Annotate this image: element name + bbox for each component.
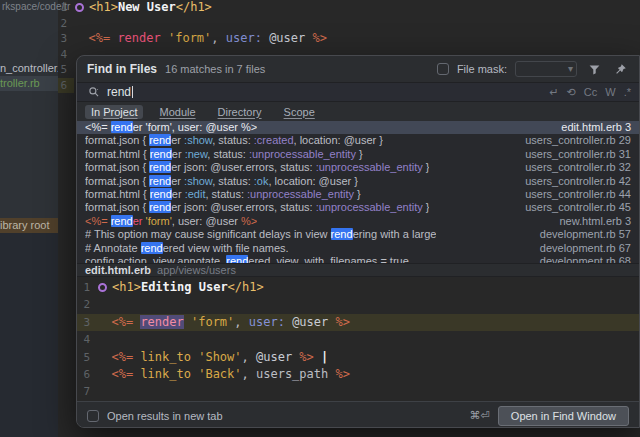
results-list: <%= render 'form', user: @user %> edit.h… bbox=[77, 121, 639, 263]
result-file-ref: new.html.erb 3 bbox=[547, 215, 631, 228]
result-code: format.html { render :edit, status: :unp… bbox=[85, 188, 361, 201]
whole-words-icon[interactable]: W bbox=[605, 86, 615, 98]
result-row[interactable]: format.html { render :edit, status: :unp… bbox=[77, 188, 639, 201]
editor-line[interactable]: 3 <%= render 'form', user: @user %> bbox=[77, 314, 639, 331]
match-summary: 16 matches in 7 files bbox=[165, 63, 265, 75]
project-panel: n_controller.rb troller.rb ibrary root bbox=[0, 0, 58, 437]
erb-declaration-icon bbox=[98, 283, 107, 292]
editor-line[interactable]: 2 bbox=[58, 16, 640, 32]
line-number: 3 bbox=[77, 314, 97, 331]
regex-icon[interactable]: .* bbox=[624, 86, 631, 98]
line-number: 1 bbox=[77, 279, 97, 296]
editor-line[interactable]: 4 bbox=[77, 331, 639, 348]
result-file-ref: users_controller.rb 44 bbox=[513, 188, 631, 201]
text-caret bbox=[132, 86, 133, 98]
file-mask-checkbox[interactable] bbox=[437, 63, 449, 75]
result-file-ref: development.rb 68 bbox=[528, 255, 631, 263]
result-file-ref: users_controller.rb 32 bbox=[513, 161, 631, 174]
line-number: 1 bbox=[58, 0, 74, 16]
line-number: 7 bbox=[77, 383, 97, 400]
line-number: 5 bbox=[58, 62, 74, 78]
result-code: <%= render 'form', user: @user %> bbox=[85, 215, 257, 228]
match-case-icon[interactable]: Cc bbox=[584, 86, 597, 98]
search-history-icon[interactable]: ⟲ bbox=[567, 86, 576, 99]
shortcut-hint: ⌘⏎ bbox=[470, 409, 490, 422]
result-row[interactable]: format.json { render :show, status: :ok,… bbox=[77, 175, 639, 188]
filter-icon[interactable] bbox=[585, 60, 603, 78]
result-file-ref: development.rb 57 bbox=[528, 228, 631, 241]
open-results-new-tab-label: Open results in new tab bbox=[107, 410, 223, 422]
code-text: <%= link_to 'Back', users_path %> bbox=[97, 366, 350, 383]
result-row[interactable]: <%= render 'form', user: @user %> new.ht… bbox=[77, 215, 639, 228]
search-input[interactable]: rend bbox=[107, 85, 133, 99]
scope-tab[interactable]: Directory bbox=[212, 105, 268, 119]
result-row[interactable]: config.action_view.annotate_rendered_vie… bbox=[77, 255, 639, 263]
open-in-find-window-button[interactable]: Open in Find Window bbox=[498, 406, 629, 426]
result-code: # This option may cause significant dela… bbox=[85, 228, 436, 241]
result-row[interactable]: # Annotate rendered view with file names… bbox=[77, 242, 639, 255]
result-code: format.json { render :show, status: :ok,… bbox=[85, 175, 358, 188]
project-tree-item[interactable]: n_controller.rb bbox=[0, 61, 58, 76]
scope-tab[interactable]: Module bbox=[153, 105, 201, 119]
code-text: <%= link_to 'Show', @user %> | bbox=[97, 349, 328, 366]
pin-icon[interactable] bbox=[611, 60, 629, 78]
editor-line[interactable]: 7 bbox=[77, 383, 639, 400]
erb-declaration-icon bbox=[75, 3, 84, 12]
editor-line[interactable]: 5 <%= link_to 'Show', @user %> | bbox=[77, 349, 639, 366]
dialog-title: Find in Files bbox=[87, 62, 157, 76]
line-number: 6 bbox=[58, 78, 74, 94]
scope-tab[interactable]: Scope bbox=[278, 105, 321, 119]
file-mask-select[interactable] bbox=[515, 61, 577, 77]
result-code: format.json { render :show, status: :cre… bbox=[85, 134, 383, 147]
result-row[interactable]: format.json { render json: @user.errors,… bbox=[77, 161, 639, 174]
result-row[interactable]: # This option may cause significant dela… bbox=[77, 228, 639, 241]
preview-editor[interactable]: 1 <h1>Editing User</h1> 2 3 <%= render '… bbox=[77, 277, 639, 401]
search-icon[interactable] bbox=[85, 83, 103, 101]
result-file-ref: users_controller.rb 45 bbox=[513, 201, 631, 214]
result-code: <%= render 'form', user: @user %> bbox=[85, 121, 257, 134]
preview-file-path: app/views/users bbox=[157, 264, 236, 276]
project-tree-item-selected[interactable]: troller.rb bbox=[0, 76, 58, 91]
result-code: config.action_view.annotate_rendered_vie… bbox=[85, 255, 409, 263]
result-row[interactable]: <%= render 'form', user: @user %> edit.h… bbox=[77, 121, 639, 134]
line-number: 6 bbox=[77, 366, 97, 383]
result-row[interactable]: format.html { render :new, status: :unpr… bbox=[77, 148, 639, 161]
dialog-footer: Open results in new tab ⌘⏎ Open in Find … bbox=[77, 401, 639, 428]
search-field[interactable]: rend ↵ ⟲ Cc W .* bbox=[77, 82, 639, 102]
result-file-ref: users_controller.rb 42 bbox=[513, 175, 631, 188]
file-mask-label: File mask: bbox=[457, 63, 507, 75]
result-file-ref: users_controller.rb 31 bbox=[513, 148, 631, 161]
result-code: format.json { render json: @user.errors,… bbox=[85, 201, 429, 214]
scope-tab[interactable]: In Project bbox=[85, 105, 143, 119]
line-number: 4 bbox=[58, 47, 74, 63]
result-file-ref: development.rb 67 bbox=[528, 242, 631, 255]
result-code: format.json { render json: @user.errors,… bbox=[85, 161, 429, 174]
editor-line[interactable]: 6 <%= link_to 'Back', users_path %> bbox=[77, 366, 639, 383]
preview-path-bar: edit.html.erb app/views/users bbox=[77, 263, 639, 277]
dialog-header: Find in Files 16 matches in 7 files File… bbox=[77, 56, 639, 82]
result-row[interactable]: format.json { render :show, status: :cre… bbox=[77, 134, 639, 147]
line-number: 2 bbox=[77, 296, 97, 313]
result-code: format.html { render :new, status: :unpr… bbox=[85, 148, 363, 161]
find-in-files-dialog: Find in Files 16 matches in 7 files File… bbox=[76, 55, 640, 428]
result-file-ref: users_controller.rb 29 bbox=[513, 134, 631, 147]
result-row[interactable]: format.json { render json: @user.errors,… bbox=[77, 201, 639, 214]
code-text: <h1>New User</h1> bbox=[89, 0, 212, 16]
editor-line[interactable]: 1 <h1>New User</h1> bbox=[58, 0, 640, 16]
code-text: <%= render 'form', user: @user %> bbox=[97, 314, 350, 331]
preview-file-name: edit.html.erb bbox=[85, 264, 151, 276]
project-panel-lower bbox=[0, 233, 58, 437]
code-text: <%= render 'form', user: @user %> bbox=[74, 31, 327, 47]
editor-line[interactable]: 2 bbox=[77, 296, 639, 313]
line-number: 4 bbox=[77, 331, 97, 348]
result-code: # Annotate rendered view with file names… bbox=[85, 242, 289, 255]
line-number: 3 bbox=[58, 31, 74, 47]
new-line-icon[interactable]: ↵ bbox=[549, 86, 558, 99]
open-results-new-tab-checkbox[interactable] bbox=[87, 410, 99, 422]
result-file-ref: edit.html.erb 3 bbox=[549, 121, 631, 134]
line-number: 5 bbox=[77, 349, 97, 366]
editor-line[interactable]: 3 <%= render 'form', user: @user %> bbox=[58, 31, 640, 47]
line-number: 2 bbox=[58, 16, 74, 32]
library-root-item[interactable]: ibrary root bbox=[0, 218, 58, 233]
editor-line[interactable]: 1 <h1>Editing User</h1> bbox=[77, 279, 639, 296]
